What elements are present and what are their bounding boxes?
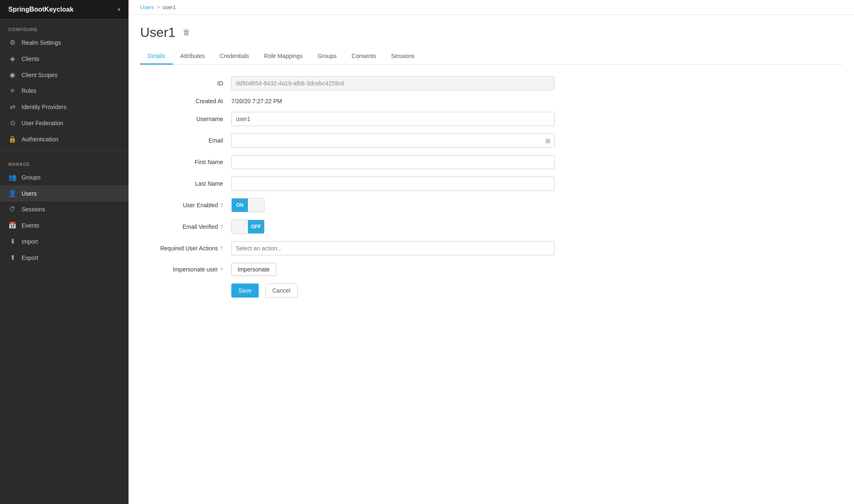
sidebar-item-realm-settings[interactable]: ⚙ Realm Settings [0,34,129,51]
sidebar-divider [0,150,129,151]
main-content: Users > user1 User1 🗑 Details Attributes… [129,0,854,504]
email-field-wrap: ▦ [231,133,555,148]
sidebar-item-events[interactable]: 📅 Events [0,217,129,233]
sidebar-item-label: Import [22,238,38,245]
sidebar-header[interactable]: SpringBootKeycloak ▾ [0,0,129,19]
impersonate-button[interactable]: Impersonate [231,263,276,276]
email-verified-on-button[interactable] [232,220,248,233]
identity-providers-icon: ⇄ [8,103,17,111]
sessions-icon: ⏱ [8,206,17,213]
realm-settings-icon: ⚙ [8,39,17,46]
id-label: ID [140,80,231,87]
required-actions-help-icon: ? [220,245,223,252]
topbar: Users > user1 [129,0,854,15]
created-at-value: 7/20/20 7:27:22 PM [231,98,555,104]
email-field[interactable] [231,133,555,148]
form-row-user-enabled: User Enabled ? ON [140,198,842,212]
tab-sessions[interactable]: Sessions [383,48,422,65]
breadcrumb-separator: > [157,4,160,10]
page-content: User1 🗑 Details Attributes Credentials R… [129,15,854,308]
tab-attributes[interactable]: Attributes [173,48,212,65]
sidebar-item-label: Roles [22,87,36,94]
required-actions-label: Required User Actions ? [140,245,231,252]
form-row-email: Email ▦ [140,133,842,148]
sidebar-item-user-federation[interactable]: ⊙ User Federation [0,115,129,131]
tab-role-mappings[interactable]: Role Mappings [257,48,310,65]
first-name-field-wrap [231,155,555,169]
sidebar-item-label: Realm Settings [22,39,61,46]
form-row-email-verified: Email Verified ? OFF [140,220,842,234]
form-row-impersonate: Impersonate user ? Impersonate [140,263,842,276]
page-title-row: User1 🗑 [140,25,842,40]
tab-details[interactable]: Details [140,48,173,65]
sidebar-item-label: Groups [22,174,41,181]
sidebar-item-export[interactable]: ⬆ Export [0,250,129,266]
events-icon: 📅 [8,221,17,229]
toggle-on-button[interactable]: ON [232,199,248,212]
email-verified-label: Email Verified ? [140,223,231,230]
last-name-field-wrap [231,177,555,191]
sidebar-item-authentication[interactable]: 🔒 Authentication [0,131,129,147]
sidebar-item-label: Client Scopes [22,72,57,78]
sidebar-item-label: Sessions [22,206,45,213]
clients-icon: ◈ [8,55,17,63]
form-row-created-at: Created At 7/20/20 7:27:22 PM [140,98,842,104]
form-row-required-actions: Required User Actions ? [140,241,842,255]
user-enabled-label: User Enabled ? [140,202,231,208]
sidebar-item-label: Identity Providers [22,104,66,110]
page-title: User1 [140,25,175,40]
sidebar-item-label: Users [22,190,37,197]
username-label: Username [140,116,231,122]
sidebar-item-users[interactable]: 👤 Users [0,185,129,201]
sidebar: SpringBootKeycloak ▾ Configure ⚙ Realm S… [0,0,129,504]
email-label: Email [140,137,231,144]
email-verified-toggle[interactable]: OFF [231,220,264,234]
user-enabled-toggle[interactable]: ON [231,198,264,212]
breadcrumb-current: user1 [163,4,176,10]
sidebar-item-identity-providers[interactable]: ⇄ Identity Providers [0,99,129,115]
app-name: SpringBootKeycloak [8,6,73,13]
sidebar-item-groups[interactable]: 👥 Groups [0,169,129,185]
export-icon: ⬆ [8,254,17,262]
configure-section-label: Configure [0,19,129,34]
last-name-field[interactable] [231,177,555,191]
email-verified-off-button[interactable]: OFF [248,220,264,233]
username-field-wrap [231,112,555,126]
tab-consents[interactable]: Consents [344,48,383,65]
import-icon: ⬇ [8,237,17,245]
tab-groups[interactable]: Groups [310,48,344,65]
save-button[interactable]: Save [231,284,259,298]
created-at-label: Created At [140,98,231,104]
sidebar-item-label: Events [22,222,39,229]
cancel-button[interactable]: Cancel [265,284,298,298]
tab-credentials[interactable]: Credentials [212,48,257,65]
first-name-field[interactable] [231,155,555,169]
delete-user-button[interactable]: 🗑 [180,27,193,39]
email-verified-toggle-wrap: OFF [231,220,555,234]
form-row-first-name: First Name [140,155,842,169]
breadcrumb-users-link[interactable]: Users [140,4,154,10]
created-at-text: 7/20/20 7:27:22 PM [231,94,282,108]
groups-icon: 👥 [8,173,17,181]
sidebar-item-sessions[interactable]: ⏱ Sessions [0,201,129,217]
sidebar-item-label: Authentication [22,136,58,143]
sidebar-item-client-scopes[interactable]: ◉ Client Scopes [0,67,129,83]
tabs-bar: Details Attributes Credentials Role Mapp… [140,48,842,65]
required-actions-field[interactable] [231,241,555,255]
sidebar-item-label: Export [22,254,38,261]
user-federation-icon: ⊙ [8,119,17,127]
dropdown-arrow-icon: ▾ [118,7,120,12]
sidebar-item-clients[interactable]: ◈ Clients [0,51,129,67]
authentication-icon: 🔒 [8,135,17,143]
sidebar-item-label: User Federation [22,120,63,126]
breadcrumb: Users > user1 [140,4,842,10]
toggle-off-button[interactable] [248,199,264,212]
sidebar-item-import[interactable]: ⬇ Import [0,233,129,250]
sidebar-item-roles[interactable]: ≡ Roles [0,83,129,99]
username-field[interactable] [231,112,555,126]
email-verified-help-icon: ? [220,224,223,230]
email-input-icon: ▦ [545,137,551,144]
form-actions-row: Save Cancel [140,284,842,298]
id-field [231,76,555,90]
users-icon: 👤 [8,189,17,197]
